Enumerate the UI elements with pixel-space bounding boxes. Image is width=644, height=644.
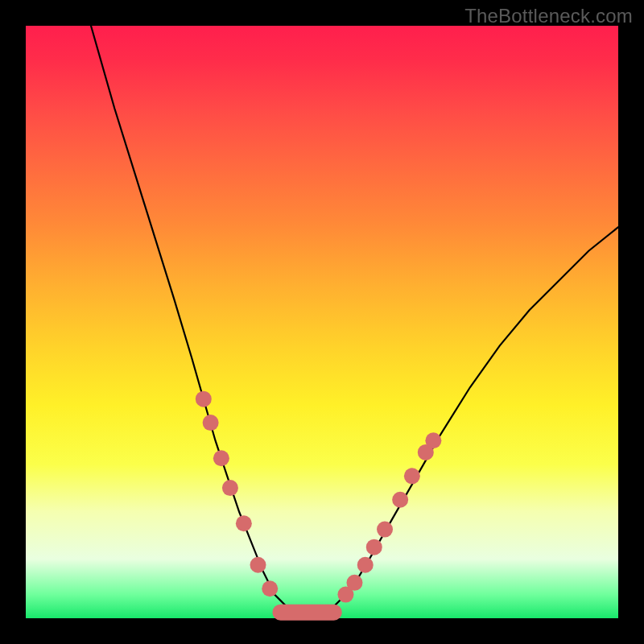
marker-right bbox=[357, 557, 374, 573]
marker-left bbox=[203, 415, 219, 431]
watermark-text: TheBottleneck.com bbox=[464, 5, 633, 27]
marker-right bbox=[366, 539, 382, 555]
marker-left bbox=[250, 557, 266, 573]
marker-left bbox=[196, 391, 212, 407]
marker-right bbox=[404, 468, 420, 484]
chart-container: TheBottleneck.com bbox=[0, 0, 644, 644]
bottleneck-curve bbox=[91, 26, 618, 613]
marker-right bbox=[377, 522, 393, 538]
marker-right bbox=[425, 432, 441, 448]
chart-svg bbox=[26, 26, 618, 618]
marker-left bbox=[262, 580, 278, 597]
marker-left bbox=[213, 450, 229, 466]
marker-left bbox=[222, 480, 238, 496]
marker-right bbox=[392, 492, 408, 508]
plot-area bbox=[26, 26, 618, 618]
marker-right bbox=[346, 575, 362, 591]
marker-left bbox=[236, 515, 252, 531]
